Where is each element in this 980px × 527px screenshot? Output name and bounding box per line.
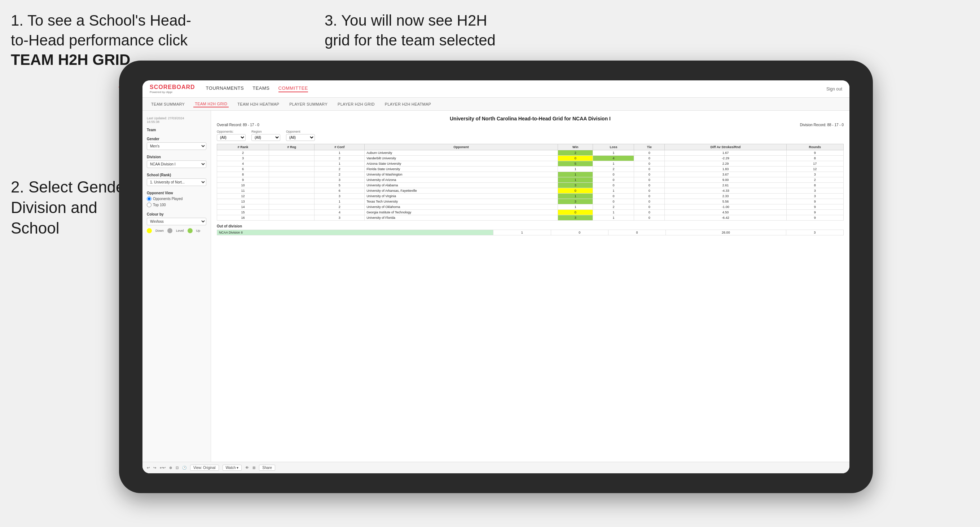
col-rank: # Rank [217, 144, 269, 150]
nav-tournaments[interactable]: TOURNAMENTS [206, 86, 244, 92]
region-filter-select[interactable]: (All) [251, 134, 280, 141]
subnav-team-summary[interactable]: TEAM SUMMARY [150, 101, 186, 107]
table-row: 8 2 University of Washington 1 0 0 3.67 … [217, 172, 844, 177]
filter-opponent-group: Opponent (All) [286, 130, 315, 141]
sidebar-school-section: School (Rank) 1. University of Nort... [147, 173, 206, 186]
opponent-filter-select[interactable]: (All) [286, 134, 315, 141]
gender-select[interactable]: Men's [147, 142, 206, 150]
main-content: Last Updated: 27/03/2024 16:55:38 Team G… [143, 111, 850, 462]
table-row: 9 3 University of Arizona 1 0 0 9.00 2 [217, 177, 844, 183]
table-row: 2 1 Auburn University 2 1 0 1.67 9 [217, 150, 844, 156]
filter-region-group: Region (All) [251, 130, 280, 141]
subnav-player-h2h-grid[interactable]: PLAYER H2H GRID [336, 101, 376, 107]
table-row: 3 2 Vanderbilt University 0 4 0 -2.29 8 [217, 156, 844, 161]
col-rounds: Rounds [786, 144, 843, 150]
table-row: 16 3 University of Florida 3 1 0 -6.42 9 [217, 215, 844, 221]
logo: SCOREBOARD Powered by clippi [150, 84, 195, 94]
grid-area: University of North Carolina Head-to-Hea… [211, 111, 850, 462]
opponents-filter-select[interactable]: (All) [217, 134, 246, 141]
sidebar-team-section: Team [147, 128, 206, 132]
radio-top100[interactable]: Top 100 [147, 203, 206, 207]
col-conf: # Conf [315, 144, 365, 150]
subnav-team-h2h-heatmap[interactable]: TEAM H2H HEATMAP [236, 101, 281, 107]
grid-records: Overall Record: 89 - 17 - 0 Division Rec… [217, 123, 844, 127]
col-win: Win [558, 144, 593, 150]
sidebar-opponent-section: Opponent View Opponents Played Top 100 [147, 191, 206, 207]
filter-opponents-group: Opponents: (All) [217, 130, 246, 141]
table-row: 11 6 University of Arkansas, Fayettevill… [217, 188, 844, 194]
colour-select[interactable]: Win/loss [147, 218, 206, 225]
division-select[interactable]: NCAA Division I [147, 160, 206, 168]
col-diff: Diff Av Strokes/Rnd [665, 144, 786, 150]
radio-opponents-played[interactable]: Opponents Played [147, 197, 206, 201]
timestamp: Last Updated: 27/03/2024 16:55:38 [147, 116, 206, 124]
col-loss: Loss [593, 144, 634, 150]
watch-btn[interactable]: Watch ▾ [223, 465, 242, 471]
colour-legend: Down Level Up [147, 228, 206, 233]
share-btn[interactable]: Share [259, 465, 275, 471]
subnav-player-h2h-heatmap[interactable]: PLAYER H2H HEATMAP [383, 101, 433, 107]
tablet: SCOREBOARD Powered by clippi TOURNAMENTS… [119, 60, 873, 493]
table-header-row: # Rank # Reg # Conf Opponent Win Loss Ti… [217, 144, 844, 150]
bottom-toolbar: ↩ ↪ ↩↩ ⊕ ⊡ 🕐 View: Original Watch ▾ 👁 ⊞ … [143, 462, 850, 473]
out-of-division-table: NCAA Division II 1 0 0 26.00 3 [217, 230, 844, 235]
nav-links: TOURNAMENTS TEAMS COMMITTEE [206, 86, 816, 92]
sign-out[interactable]: Sign out [826, 87, 842, 92]
table-row: 15 4 Georgia Institute of Technology 0 1… [217, 210, 844, 215]
sidebar: Last Updated: 27/03/2024 16:55:38 Team G… [143, 111, 211, 462]
table-row: 10 5 University of Alabama 3 0 0 2.61 8 [217, 183, 844, 188]
out-of-division-header: Out of division [217, 224, 844, 228]
view-original-btn[interactable]: View: Original [190, 465, 219, 471]
table-row: 14 2 University of Oklahoma 1 2 0 -1.00 … [217, 205, 844, 210]
table-row: 6 2 Florida State University 1 2 0 1.83 … [217, 167, 844, 172]
annotation-3: 3. You will now see H2H grid for the tea… [325, 11, 541, 50]
subnav-player-summary[interactable]: PLAYER SUMMARY [288, 101, 329, 107]
nav-teams[interactable]: TEAMS [253, 86, 269, 92]
subnav-team-h2h-grid[interactable]: TEAM H2H GRID [193, 101, 229, 108]
col-opponent: Opponent [365, 144, 558, 150]
out-of-division-row: NCAA Division II 1 0 0 26.00 3 [217, 230, 844, 235]
table-row: 13 1 Texas Tech University 3 0 0 5.56 9 [217, 199, 844, 205]
data-table: # Rank # Reg # Conf Opponent Win Loss Ti… [217, 144, 844, 221]
colour-level-dot [167, 228, 172, 233]
sidebar-division-section: Division NCAA Division I [147, 155, 206, 168]
grid-title: University of North Carolina Head-to-Hea… [217, 116, 844, 121]
colour-down-dot [147, 228, 152, 233]
nav-committee[interactable]: COMMITTEE [278, 86, 309, 92]
colour-up-dot [188, 228, 192, 233]
filter-row: Opponents: (All) Region (All) Opponent [217, 130, 844, 141]
sidebar-colour-section: Colour by Win/loss Down Level Up [147, 212, 206, 233]
sub-nav: TEAM SUMMARY TEAM H2H GRID TEAM H2H HEAT… [143, 98, 850, 111]
table-row: 12 3 University of Virginia 1 0 0 2.33 3 [217, 194, 844, 199]
tablet-screen: SCOREBOARD Powered by clippi TOURNAMENTS… [143, 80, 850, 473]
sidebar-gender-section: Gender Men's [147, 137, 206, 150]
opponent-radio-group: Opponents Played Top 100 [147, 197, 206, 207]
col-tie: Tie [634, 144, 665, 150]
col-reg: # Reg [269, 144, 315, 150]
school-select[interactable]: 1. University of Nort... [147, 178, 206, 186]
nav-bar: SCOREBOARD Powered by clippi TOURNAMENTS… [143, 80, 850, 98]
table-row: 4 1 Arizona State University 5 1 0 2.29 … [217, 161, 844, 167]
